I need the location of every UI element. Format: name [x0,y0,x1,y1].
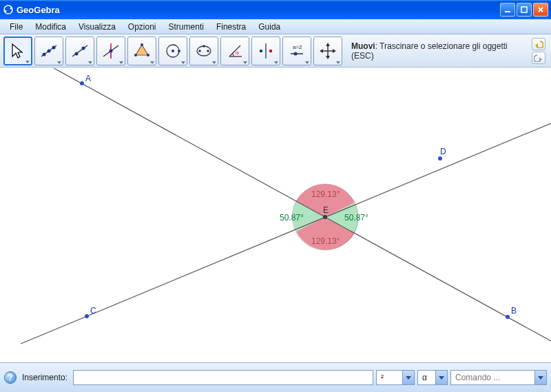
svg-point-8 [43,52,46,56]
chevron-down-icon [212,61,216,64]
svg-line-47 [21,123,551,344]
point-label-b: B [511,306,517,316]
svg-point-10 [48,49,51,52]
tool-hint-name: Muovi [351,41,375,51]
svg-point-35 [294,52,298,55]
svg-point-27 [202,45,205,48]
input-label: Inserimento: [19,373,70,382]
svg-point-50 [85,314,89,318]
tool-point[interactable] [34,37,63,65]
menu-edit[interactable]: Modifica [30,21,72,33]
tool-angle[interactable]: α [220,37,249,65]
svg-rect-4 [521,7,527,12]
svg-point-0 [4,6,12,14]
svg-marker-39 [326,43,330,46]
chevron-down-icon [88,61,92,64]
statusbar: ? Inserimento: ² α Comando ... [0,362,551,392]
svg-point-9 [52,45,56,49]
svg-point-51 [438,156,442,161]
point-label-a: A [85,74,91,83]
command-input[interactable] [73,370,373,385]
tool-slider[interactable]: a=2 [282,37,311,65]
tool-hint-text: : Trascinare o selezionare gli oggetti (… [351,41,508,61]
svg-point-1 [5,10,7,12]
svg-point-52 [323,215,327,219]
angle-top: 129.13° [311,189,340,199]
svg-text:α: α [236,50,239,56]
svg-rect-3 [505,11,510,12]
point-label-c: C [90,306,96,316]
exponent-value: ² [377,373,402,382]
svg-point-25 [198,50,201,52]
titlebar: GeoGebra [0,0,551,19]
chevron-down-icon [25,61,30,63]
tool-hint: Muovi: Trascinare o selezionare gli ogge… [344,41,530,61]
chevron-down-icon[interactable] [402,371,414,384]
svg-point-22 [171,50,174,52]
exponent-combo[interactable]: ² [376,370,415,385]
chevron-down-icon [274,61,278,64]
tool-circle[interactable] [158,37,187,65]
chevron-down-icon [243,61,247,64]
svg-point-18 [141,43,143,46]
tool-move[interactable] [3,37,32,65]
svg-point-12 [75,52,79,55]
svg-marker-42 [333,49,336,53]
svg-line-11 [72,45,87,56]
svg-marker-40 [326,56,330,59]
window-buttons [500,3,548,17]
chevron-down-icon[interactable] [435,371,447,384]
menubar: File Modifica Visualizza Opzioni Strumen… [0,19,551,34]
chevron-down-icon [57,61,61,64]
point-label-d: D [440,147,446,156]
svg-point-48 [80,81,84,85]
toolbar: α a=2 Muovi: Trascinare o selezionare gl… [0,34,551,68]
menu-tools[interactable]: Strumenti [163,21,209,33]
svg-point-13 [82,46,85,50]
app-icon [3,4,14,15]
chevron-down-icon[interactable] [534,371,546,384]
close-button[interactable] [533,3,548,17]
svg-text:a=2: a=2 [293,44,302,50]
canvas[interactable]: A B C D E 129.13° 129.13° 50.87° 50.87° [0,68,551,362]
svg-point-32 [260,49,262,52]
chevron-down-icon [150,61,154,64]
command-combo[interactable]: Comando ... [450,370,547,385]
greek-combo[interactable]: α [417,370,448,385]
menu-options[interactable]: Opzioni [123,21,162,33]
window-title: GeoGebra [17,5,500,15]
menu-view[interactable]: Visualizza [73,21,121,33]
undo-button[interactable] [532,38,545,50]
svg-point-2 [10,8,12,10]
redo-button[interactable] [532,52,545,64]
menu-window[interactable]: Finestra [211,21,251,33]
point-label-e: E [323,205,329,215]
chevron-down-icon [181,61,185,64]
tool-reflect[interactable] [251,37,280,65]
angle-right: 50.87° [344,213,368,223]
minimize-button[interactable] [500,3,515,17]
tool-perpendicular[interactable] [96,37,125,65]
tool-conic[interactable] [189,37,218,65]
angle-bottom: 129.13° [311,236,340,246]
tool-polygon[interactable] [127,37,156,65]
svg-point-16 [110,49,113,52]
svg-point-19 [147,54,149,56]
chevron-down-icon [305,61,309,64]
angle-left: 50.87° [280,213,304,223]
maximize-button[interactable] [517,3,532,17]
svg-marker-17 [136,45,148,55]
chevron-down-icon [336,61,340,64]
svg-point-49 [506,315,510,319]
tool-line[interactable] [65,37,94,65]
menu-file[interactable]: File [4,21,28,33]
svg-point-26 [207,50,209,52]
chevron-down-icon [119,61,123,64]
help-icon[interactable]: ? [4,371,17,384]
tool-move-view[interactable] [313,37,342,65]
svg-marker-41 [320,49,323,53]
command-placeholder: Comando ... [451,373,534,382]
menu-help[interactable]: Guida [253,21,286,33]
geometry-svg [0,68,551,362]
svg-point-23 [178,50,180,52]
